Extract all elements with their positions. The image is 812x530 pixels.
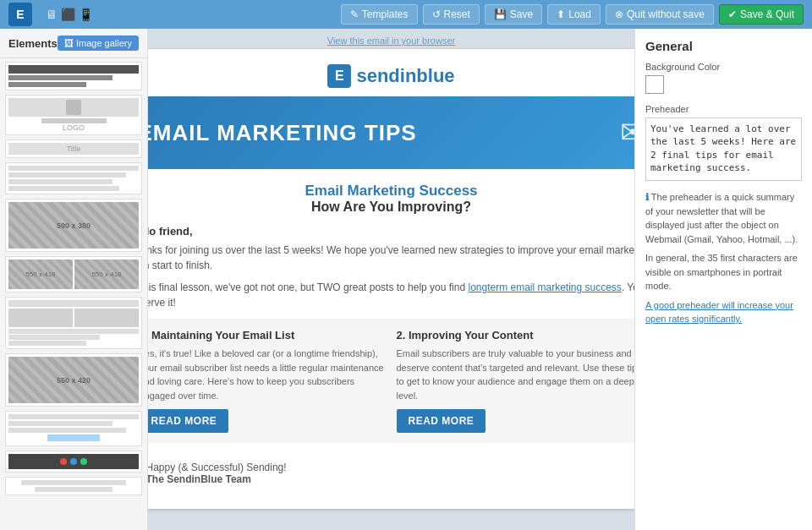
quit-icon: ⊗ — [615, 8, 623, 20]
preheader-link-text: A good preheader will increase your open… — [645, 298, 802, 326]
subtitle-main: Email Marketing Success — [148, 183, 634, 199]
list-item[interactable] — [5, 62, 142, 90]
panel-header: Elements 🖼 Image gallery — [0, 29, 147, 58]
preheader-label: Preheader — [645, 104, 802, 114]
preheader-info2: In general, the 35 first characters are … — [645, 251, 802, 293]
read-more-button-1[interactable]: READ MORE — [148, 409, 228, 433]
templates-button[interactable]: ✎ Templates — [341, 4, 418, 25]
email-two-col: 1. Maintaining Your Email List Yes, it's… — [148, 319, 634, 443]
list-item[interactable]: 590 x 380 — [5, 199, 142, 252]
preheader-info: ℹ The preheader is a quick summary of yo… — [645, 190, 802, 246]
sendinblue-logo-text: sendinblue — [356, 65, 454, 87]
col1-text: Yes, it's true! Like a beloved car (or a… — [148, 347, 387, 402]
elements-label: Elements — [8, 37, 58, 50]
longterm-link[interactable]: longterm email marketing success — [468, 281, 621, 293]
list-item[interactable] — [5, 451, 142, 473]
list-item[interactable]: LOGO — [5, 95, 142, 135]
tablet-icon[interactable]: ⬛ — [61, 8, 75, 21]
desktop-icon[interactable]: 🖥 — [46, 8, 58, 21]
list-item[interactable] — [5, 477, 142, 495]
quit-button[interactable]: ⊗ Quit without save — [606, 4, 714, 25]
list-item[interactable]: 550 x 418 550 x 418 — [5, 256, 142, 292]
info-text-content: The preheader is a quick summary of your… — [645, 192, 798, 244]
center-panel: View this email in your browser E sendin… — [148, 29, 634, 530]
email-body: Email Marketing Success How Are You Impr… — [148, 169, 634, 509]
footer-line1: Happy (& Successful) Sending! — [148, 462, 634, 473]
email-col1: 1. Maintaining Your Email List Yes, it's… — [148, 329, 387, 433]
preheader-textarea[interactable]: You've learned a lot over the last 5 wee… — [645, 117, 802, 181]
email-para2: In this final lesson, we've got not one,… — [148, 280, 634, 310]
email-preview: E sendinblue EMAIL MARKETING TIPS ✉ Emai… — [148, 49, 634, 509]
hero-text: EMAIL MARKETING TIPS — [148, 120, 417, 146]
left-panel: Elements 🖼 Image gallery LOGO — [0, 29, 148, 530]
save-quit-label: Save & Quit — [740, 8, 794, 20]
view-email-link[interactable]: View this email in your browser — [327, 29, 455, 49]
reset-icon: ↺ — [432, 8, 441, 20]
read-more-button-2[interactable]: READ MORE — [397, 409, 486, 433]
device-icons: 🖥 ⬛ 📱 — [46, 8, 93, 21]
save-icon: 💾 — [494, 8, 507, 20]
email-hero-banner: EMAIL MARKETING TIPS ✉ — [148, 96, 634, 169]
save-quit-icon: ✔ — [728, 8, 737, 20]
info-text2-content: In general, the 35 first characters are … — [645, 253, 798, 291]
logo-text: E sendinblue — [148, 64, 634, 88]
subtitle-sub: How Are You Improving? — [148, 199, 634, 215]
main-layout: Elements 🖼 Image gallery LOGO — [0, 29, 812, 530]
sendinblue-logo-icon: E — [327, 64, 351, 88]
list-item[interactable]: Title — [5, 139, 142, 158]
general-section-title: General — [645, 39, 802, 53]
col2-title: 2. Improving Your Content — [397, 329, 635, 341]
thumbnail-list: LOGO Title 590 x 380 — [0, 58, 147, 503]
load-label: Load — [568, 8, 591, 20]
mobile-icon[interactable]: 📱 — [79, 8, 93, 21]
topbar: E 🖥 ⬛ 📱 ✎ Templates ↺ Reset 💾 Save ⬆ Loa… — [0, 0, 812, 29]
gallery-icon: 🖼 — [64, 38, 74, 48]
templates-icon: ✎ — [350, 8, 359, 20]
quit-label: Quit without save — [627, 8, 705, 20]
logo-area: E — [8, 3, 32, 26]
footer-team: The SendinBlue Team — [148, 473, 634, 485]
reset-label: Reset — [444, 8, 470, 20]
list-item[interactable] — [5, 411, 142, 446]
bg-color-label: Background Color — [645, 62, 802, 72]
email-footer: Happy (& Successful) Sending! The Sendin… — [148, 451, 634, 495]
reset-button[interactable]: ↺ Reset — [423, 4, 480, 25]
col2-text: Email subscribers are truly valuable to … — [397, 347, 635, 402]
email-para1: Thanks for joining us over the last 5 we… — [148, 243, 634, 273]
gallery-label: Image gallery — [76, 38, 132, 48]
load-icon: ⬆ — [557, 8, 565, 20]
hero-envelope-icon: ✉ — [620, 115, 635, 150]
email-subtitle: Email Marketing Success How Are You Impr… — [148, 183, 634, 215]
info-icon: ℹ — [645, 192, 649, 202]
right-panel: General Background Color Preheader You'v… — [634, 29, 812, 530]
preheader-link[interactable]: A good preheader will increase your open… — [645, 300, 793, 325]
save-button[interactable]: 💾 Save — [485, 4, 542, 25]
email-col2: 2. Improving Your Content Email subscrib… — [397, 329, 635, 433]
email-logo: E sendinblue — [148, 49, 634, 96]
email-greeting: Hello friend, — [148, 225, 634, 238]
templates-label: Templates — [362, 8, 409, 20]
list-item[interactable] — [5, 162, 142, 194]
bg-color-swatch[interactable] — [645, 75, 664, 94]
app-logo: E — [8, 3, 32, 26]
image-gallery-button[interactable]: 🖼 Image gallery — [58, 36, 139, 51]
list-item[interactable]: 550 x 420 — [5, 353, 142, 407]
save-quit-button[interactable]: ✔ Save & Quit — [719, 4, 804, 25]
list-item[interactable] — [5, 297, 142, 349]
col1-title: 1. Maintaining Your Email List — [148, 329, 387, 341]
bg-color-row — [645, 75, 802, 94]
save-label: Save — [510, 8, 533, 20]
load-button[interactable]: ⬆ Load — [547, 4, 601, 25]
